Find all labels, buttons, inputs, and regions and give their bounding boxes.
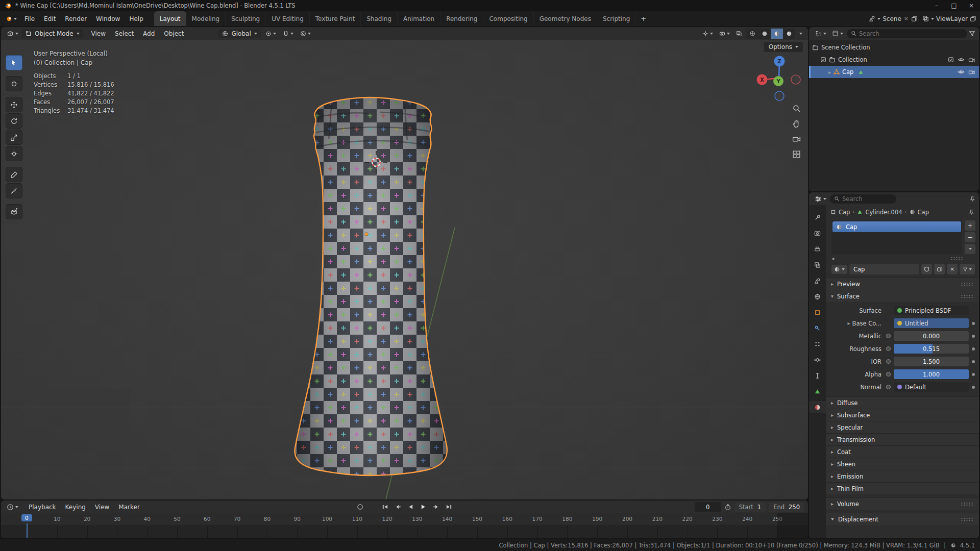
- shading-rendered-button[interactable]: [783, 29, 795, 39]
- shading-settings[interactable]: [797, 32, 804, 36]
- field-alpha[interactable]: 1.000: [894, 369, 969, 379]
- viewport-menu-object[interactable]: Object: [159, 30, 188, 37]
- options-button[interactable]: Options: [764, 42, 803, 52]
- frame-end-field[interactable]: End250: [769, 502, 804, 512]
- add-slot-button[interactable]: +: [965, 220, 975, 231]
- panel-diffuse[interactable]: ▸Diffuse: [826, 396, 979, 409]
- decorator-dot[interactable]: [972, 347, 975, 350]
- rotate-tool[interactable]: [6, 113, 22, 129]
- auto-keying-toggle[interactable]: [355, 502, 366, 512]
- properties-search[interactable]: [830, 194, 896, 204]
- shading-wireframe-button[interactable]: [746, 29, 758, 39]
- expand-icon[interactable]: ▸: [847, 320, 850, 326]
- annotate-tool[interactable]: [6, 167, 22, 182]
- xray-toggle[interactable]: [734, 30, 744, 38]
- material-link-menu[interactable]: [960, 264, 975, 274]
- jump-to-end-button[interactable]: [444, 502, 455, 512]
- breadcrumb-material[interactable]: Cap: [910, 209, 929, 216]
- eye-icon[interactable]: [958, 68, 965, 76]
- playhead-line[interactable]: [27, 523, 28, 538]
- tab-particles[interactable]: [809, 338, 826, 350]
- workspace-tab-animation[interactable]: Animation: [398, 11, 440, 26]
- panel-sheen[interactable]: ▸Sheen: [826, 458, 979, 470]
- tab-scene[interactable]: [809, 274, 826, 287]
- select-box-tool[interactable]: [6, 55, 22, 70]
- unlink-scene-icon[interactable]: ×: [903, 15, 909, 22]
- menu-help[interactable]: Help: [125, 11, 148, 26]
- shading-solid-button[interactable]: [758, 29, 771, 39]
- panel-surface[interactable]: ▾ Surface: [826, 290, 979, 302]
- panel-preview[interactable]: ▸ Preview: [826, 278, 979, 290]
- field-normal[interactable]: Default: [894, 382, 969, 392]
- panel-emission[interactable]: ▸Emission: [826, 470, 979, 482]
- outliner-search-input[interactable]: [859, 30, 963, 37]
- workspace-tab-rendering[interactable]: Rendering: [440, 11, 483, 26]
- unlink-material-button[interactable]: ×: [947, 264, 958, 274]
- tab-output[interactable]: [809, 243, 826, 255]
- filter-icon[interactable]: [969, 30, 975, 37]
- field-surface[interactable]: Principled BSDF: [894, 306, 969, 315]
- new-scene-icon[interactable]: [911, 16, 917, 22]
- decorator-dot[interactable]: [972, 360, 975, 363]
- selected-object[interactable]: [295, 97, 447, 475]
- workspace-tab-sculpting[interactable]: Sculpting: [226, 11, 266, 26]
- viewport-menu-select[interactable]: Select: [110, 30, 138, 37]
- menu-edit[interactable]: Edit: [39, 11, 60, 26]
- transform-orientation-selector[interactable]: Global: [218, 29, 260, 38]
- timeline-editor-type-button[interactable]: [5, 503, 20, 512]
- play-reverse-button[interactable]: [405, 502, 416, 512]
- workspace-tab-scripting[interactable]: Scripting: [597, 11, 636, 26]
- eye-icon[interactable]: [958, 56, 965, 63]
- decorator-dot[interactable]: [972, 373, 975, 376]
- outliner-search[interactable]: [847, 29, 967, 38]
- slot-specials-button[interactable]: [965, 244, 975, 254]
- outliner-editor-type-button[interactable]: [813, 29, 828, 38]
- outliner-display-mode-button[interactable]: [830, 29, 845, 38]
- checkbox-icon[interactable]: [820, 57, 826, 63]
- preview-range-icon[interactable]: [724, 504, 731, 511]
- move-tool[interactable]: [6, 97, 22, 112]
- panel-specular[interactable]: ▸Specular: [826, 421, 979, 433]
- new-material-button[interactable]: [934, 264, 945, 274]
- panel-transmission[interactable]: ▸Transmission: [826, 433, 979, 445]
- prev-keyframe-button[interactable]: [393, 502, 404, 512]
- timeline-menu-playback[interactable]: Playback: [24, 504, 61, 511]
- timeline-channels[interactable]: [1, 527, 808, 538]
- breadcrumb-mesh[interactable]: Cylinder.004: [857, 209, 902, 216]
- close-button[interactable]: ×: [963, 0, 980, 11]
- panel-displacement[interactable]: Displacement: [826, 513, 979, 525]
- new-viewlayer-icon[interactable]: [970, 16, 976, 22]
- workspace-tab-layout[interactable]: Layout: [154, 11, 186, 26]
- tab-modifiers[interactable]: [809, 322, 826, 334]
- outliner-row-cap[interactable]: ▸ Cap: [809, 66, 979, 78]
- scale-tool[interactable]: [6, 130, 22, 145]
- decorator-dot[interactable]: [972, 386, 975, 389]
- field-metallic[interactable]: 0.000: [894, 331, 969, 341]
- remove-slot-button[interactable]: −: [965, 232, 975, 242]
- outliner-row-collection[interactable]: Collection: [809, 54, 979, 66]
- tab-view-layer[interactable]: [809, 259, 826, 271]
- pin-id-icon[interactable]: [969, 196, 975, 202]
- workspace-tab-uv-editing[interactable]: UV Editing: [266, 11, 310, 26]
- scene-selector[interactable]: Scene ×: [869, 15, 917, 22]
- decorator-dot[interactable]: [972, 335, 975, 338]
- gizmo-neg-x[interactable]: [791, 75, 800, 84]
- viewport-menu-add[interactable]: Add: [138, 30, 159, 37]
- playhead-frame-badge[interactable]: 0: [21, 514, 32, 521]
- tab-constraints[interactable]: [809, 369, 826, 382]
- pan-hand-icon[interactable]: [792, 119, 801, 128]
- field-roughness[interactable]: 0.515: [894, 344, 969, 354]
- workspace-tab-geometry-nodes[interactable]: Geometry Nodes: [534, 11, 597, 26]
- cursor-tool[interactable]: [6, 76, 22, 91]
- tab-object-data[interactable]: [809, 385, 826, 397]
- timeline-menu-marker[interactable]: Marker: [114, 504, 144, 511]
- tab-render[interactable]: [809, 227, 826, 239]
- panel-subsurface[interactable]: ▸Subsurface: [826, 409, 979, 421]
- timeline-ruler[interactable]: 0102030405060708090100110120130140150160…: [1, 513, 808, 526]
- camera-view-icon[interactable]: [792, 135, 801, 143]
- gizmo-neg-z[interactable]: [775, 91, 784, 101]
- menu-file[interactable]: File: [20, 11, 39, 26]
- workspace-tab-compositing[interactable]: Compositing: [483, 11, 533, 26]
- material-slot-cap[interactable]: Cap: [832, 221, 961, 232]
- breadcrumb-object[interactable]: Cap: [830, 209, 850, 216]
